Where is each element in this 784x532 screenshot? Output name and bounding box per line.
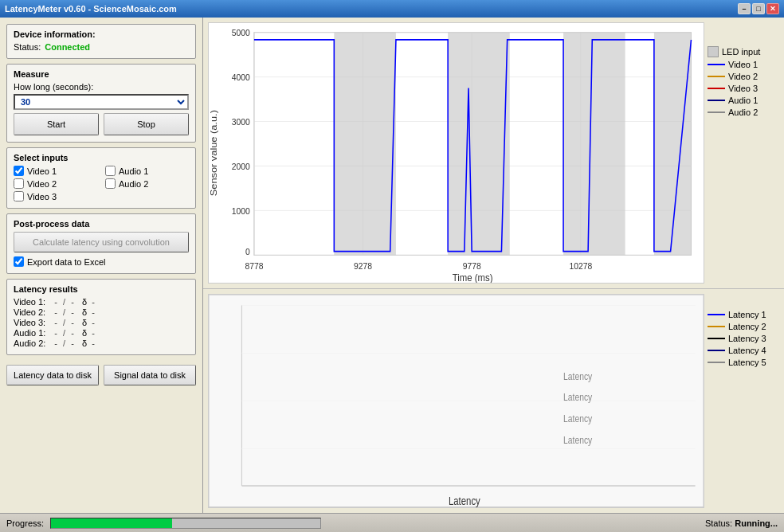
- device-info-section: Device information: Status: Connected: [6, 24, 196, 59]
- latency-delta: δ: [82, 318, 87, 327]
- video3-label: Video 3: [27, 192, 57, 201]
- progress-label: Progress:: [6, 518, 44, 528]
- latency-val3: -: [88, 297, 98, 307]
- close-button[interactable]: ✕: [766, 3, 779, 14]
- bottom-buttons: Latency data to disk Signal data to disk: [6, 365, 196, 385]
- latency-row-label: Audio 2:: [14, 338, 49, 348]
- legend-line: [708, 100, 725, 101]
- export-checkbox[interactable]: [14, 256, 24, 267]
- minimize-button[interactable]: –: [738, 3, 751, 14]
- legend-line: [708, 88, 725, 89]
- svg-text:Latency: Latency: [563, 391, 592, 404]
- latency-val3: -: [88, 307, 98, 317]
- svg-text:Latency: Latency: [563, 413, 592, 425]
- latency-row-label: Video 1:: [14, 297, 49, 307]
- latency-row-label: Video 3:: [14, 318, 49, 327]
- legend-line: [708, 111, 725, 113]
- latency-val3: -: [88, 318, 98, 327]
- video1-label: Video 1: [27, 166, 57, 176]
- bottom-chart-container: Latency Latency Latency Latency Latency: [208, 294, 704, 508]
- svg-text:4000: 4000: [232, 72, 250, 83]
- svg-text:Latency: Latency: [563, 434, 592, 447]
- video2-checkbox-item[interactable]: Video 2: [14, 178, 97, 189]
- latency-delta: δ: [82, 328, 87, 338]
- inputs-checkboxes: Video 1 Audio 1 Video 2 Audio 2 Video 3: [14, 166, 189, 201]
- latency-val1: -: [51, 328, 61, 338]
- status-right: Status: Running...: [705, 518, 778, 528]
- top-legend-item-0: LED input: [708, 46, 779, 57]
- svg-text:2000: 2000: [232, 162, 250, 172]
- legend-label: Audio 1: [728, 96, 758, 105]
- device-info-title: Device information:: [14, 29, 189, 39]
- legend-line: [708, 326, 725, 327]
- start-button[interactable]: Start: [14, 113, 99, 135]
- video2-label: Video 2: [27, 179, 57, 189]
- legend-line: [708, 314, 725, 315]
- window-controls: – □ ✕: [738, 3, 779, 14]
- post-process-title: Post-process data: [14, 219, 189, 229]
- audio2-checkbox-item[interactable]: Audio 2: [105, 178, 189, 189]
- how-long-label: How long (seconds):: [14, 82, 189, 92]
- legend-label: Video 2: [728, 72, 758, 81]
- svg-rect-24: [334, 33, 396, 256]
- bottom-legend-item-4: Latency 5: [708, 358, 779, 367]
- bottom-chart-area: Latency Latency Latency Latency Latency …: [203, 288, 784, 513]
- title-bar: LatencyMeter v0.60 - ScienceMosaic.com –…: [0, 0, 784, 18]
- start-stop-buttons: Start Stop: [14, 113, 189, 135]
- signal-disk-button[interactable]: Signal data to disk: [104, 365, 196, 385]
- latency-sep: /: [63, 328, 65, 338]
- latency-delta: δ: [82, 307, 87, 317]
- legend-label: Audio 2: [728, 108, 758, 117]
- audio1-label: Audio 1: [119, 166, 148, 176]
- legend-label: Video 1: [728, 60, 758, 69]
- video3-checkbox-item[interactable]: Video 3: [14, 191, 97, 201]
- export-row[interactable]: Export data to Excel: [14, 256, 189, 267]
- legend-label: LED input: [722, 47, 760, 57]
- latency-delta: δ: [82, 297, 87, 307]
- stop-button[interactable]: Stop: [104, 113, 189, 135]
- window-title: LatencyMeter v0.60 - ScienceMosaic.com: [5, 4, 177, 14]
- latency-val2: -: [68, 307, 77, 317]
- svg-text:1000: 1000: [232, 206, 250, 217]
- latency-val1: -: [51, 338, 61, 348]
- latency-val1: -: [51, 297, 61, 307]
- latency-sep: /: [63, 338, 65, 348]
- svg-text:8778: 8778: [245, 260, 263, 271]
- latency-delta: δ: [82, 338, 87, 348]
- legend-label: Latency 5: [728, 358, 766, 367]
- latency-val3: -: [88, 338, 98, 348]
- export-label: Export data to Excel: [27, 257, 105, 267]
- latency-row-label: Video 2:: [14, 307, 49, 317]
- calc-latency-button[interactable]: Calculate latency using convolution: [14, 232, 189, 252]
- bottom-chart-svg: Latency Latency Latency Latency Latency: [209, 295, 704, 507]
- bottom-legend-item-3: Latency 4: [708, 346, 779, 355]
- status-row: Status: Connected: [14, 42, 189, 52]
- top-legend-item-2: Video 2: [708, 72, 779, 81]
- status-label: Status:: [14, 42, 41, 52]
- bottom-legend-item-1: Latency 2: [708, 322, 779, 331]
- video3-checkbox[interactable]: [14, 191, 24, 201]
- duration-select[interactable]: 30 60 120: [14, 94, 189, 110]
- latency-sep: /: [63, 307, 65, 317]
- latency-result-row-4: Audio 2: - / - δ -: [14, 338, 189, 348]
- svg-rect-27: [654, 33, 692, 256]
- maximize-button[interactable]: □: [752, 3, 765, 14]
- legend-label: Video 3: [728, 84, 758, 93]
- audio1-checkbox-item[interactable]: Audio 1: [105, 166, 189, 176]
- latency-result-row-0: Video 1: - / - δ -: [14, 297, 189, 307]
- video1-checkbox-item[interactable]: Video 1: [14, 166, 97, 176]
- svg-text:Latency: Latency: [563, 370, 592, 383]
- svg-text:Time (ms): Time (ms): [453, 272, 493, 283]
- audio1-checkbox[interactable]: [105, 166, 116, 176]
- top-legend-item-1: Video 1: [708, 60, 779, 69]
- video2-checkbox[interactable]: [14, 178, 24, 189]
- post-process-section: Post-process data Calculate latency usin…: [6, 213, 196, 274]
- video1-checkbox[interactable]: [14, 166, 24, 176]
- svg-text:9778: 9778: [463, 260, 481, 271]
- latency-disk-button[interactable]: Latency data to disk: [6, 365, 99, 385]
- status-bar: Progress: Status: Running...: [0, 513, 784, 532]
- audio2-checkbox[interactable]: [105, 178, 116, 189]
- left-panel: Device information: Status: Connected Me…: [0, 18, 203, 513]
- bottom-chart-legend: Latency 1 Latency 2 Latency 3 Latency 4 …: [708, 294, 779, 508]
- svg-rect-26: [563, 33, 625, 256]
